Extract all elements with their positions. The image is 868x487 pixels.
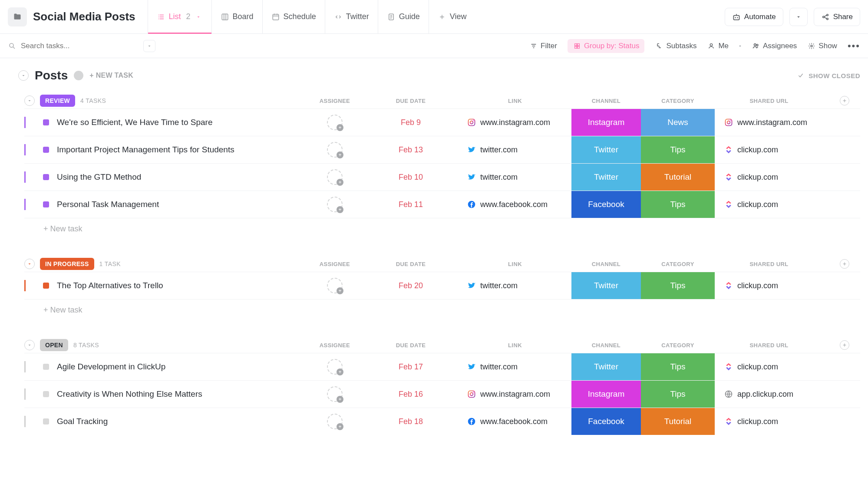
search-input[interactable]: [8, 40, 155, 52]
task-title[interactable]: We're so Efficient, We Have Time to Spar…: [24, 117, 307, 128]
shared-url-cell[interactable]: clickup.com: [715, 417, 823, 426]
task-row[interactable]: We're so Efficient, We Have Time to Spar…: [24, 109, 860, 136]
col-category[interactable]: CATEGORY: [641, 98, 715, 104]
task-title[interactable]: Using the GTD Method: [24, 171, 307, 183]
shared-url-cell[interactable]: clickup.com: [715, 173, 823, 182]
me-button[interactable]: Me: [707, 42, 729, 50]
col-channel[interactable]: CHANNEL: [571, 342, 641, 349]
link-cell[interactable]: www.instagram.com: [459, 390, 571, 399]
add-assignee-icon[interactable]: [327, 169, 343, 185]
view-tab-twitter[interactable]: Twitter: [325, 0, 378, 33]
automate-dropdown[interactable]: [789, 8, 808, 26]
channel-chip[interactable]: Facebook: [571, 408, 641, 435]
col-channel[interactable]: CHANNEL: [571, 261, 641, 267]
task-row[interactable]: Agile Development in ClickUpFeb 17 twitt…: [24, 353, 860, 380]
col-link[interactable]: LINK: [459, 261, 571, 267]
task-row[interactable]: Personal Task ManagementFeb 11 www.faceb…: [24, 191, 860, 218]
subtasks-button[interactable]: Subtasks: [655, 42, 696, 50]
show-closed-button[interactable]: SHOW CLOSED: [796, 71, 860, 80]
col-shared[interactable]: SHARED URL: [715, 342, 823, 349]
add-column-button[interactable]: [840, 340, 849, 350]
link-cell[interactable]: www.facebook.com: [459, 200, 571, 209]
col-shared[interactable]: SHARED URL: [715, 261, 823, 267]
category-chip[interactable]: Tips: [641, 191, 715, 218]
category-chip[interactable]: Tips: [641, 381, 715, 408]
link-cell[interactable]: www.facebook.com: [459, 417, 571, 426]
category-chip[interactable]: Tutorial: [641, 408, 715, 435]
add-assignee-icon[interactable]: [327, 115, 343, 130]
due-date-cell[interactable]: Feb 17: [363, 362, 459, 372]
filter-button[interactable]: Filter: [529, 42, 557, 50]
category-chip[interactable]: Tips: [641, 272, 715, 299]
shared-url-cell[interactable]: app.clickup.com: [715, 390, 823, 399]
col-shared[interactable]: SHARED URL: [715, 98, 823, 104]
assignee-cell[interactable]: [307, 169, 363, 185]
task-title[interactable]: Creativity is When Nothing Else Matters: [24, 388, 307, 400]
channel-chip[interactable]: Instagram: [571, 381, 641, 408]
link-cell[interactable]: www.instagram.com: [459, 118, 571, 127]
add-assignee-icon[interactable]: [327, 359, 343, 375]
search-field[interactable]: [21, 42, 108, 50]
status-label[interactable]: REVIEW: [40, 95, 75, 107]
task-row[interactable]: Creativity is When Nothing Else MattersF…: [24, 380, 860, 408]
assignee-cell[interactable]: [307, 359, 363, 375]
shared-url-cell[interactable]: clickup.com: [715, 281, 823, 290]
channel-chip[interactable]: Twitter: [571, 164, 641, 191]
show-button[interactable]: Show: [807, 42, 837, 50]
task-title[interactable]: Goal Tracking: [24, 416, 307, 427]
search-options[interactable]: [143, 40, 155, 52]
more-button[interactable]: •••: [848, 40, 860, 52]
collapse-toggle[interactable]: [24, 95, 35, 106]
task-title[interactable]: Important Project Management Tips for St…: [24, 144, 307, 155]
task-row[interactable]: Goal TrackingFeb 18 www.facebook.comFace…: [24, 408, 860, 435]
task-title[interactable]: Agile Development in ClickUp: [24, 361, 307, 372]
task-title[interactable]: Personal Task Management: [24, 199, 307, 210]
add-view-button[interactable]: View: [429, 0, 475, 33]
assignee-cell[interactable]: [307, 115, 363, 130]
automate-button[interactable]: Automate: [725, 8, 783, 26]
due-date-cell[interactable]: Feb 11: [363, 200, 459, 209]
assignee-cell[interactable]: [307, 142, 363, 158]
shared-url-cell[interactable]: clickup.com: [715, 200, 823, 209]
link-cell[interactable]: twitter.com: [459, 281, 571, 290]
due-date-cell[interactable]: Feb 9: [363, 118, 459, 127]
category-chip[interactable]: Tutorial: [641, 164, 715, 191]
groupby-button[interactable]: Group by: Status: [568, 39, 645, 53]
new-task-row-button[interactable]: + New task: [24, 218, 860, 240]
col-category[interactable]: CATEGORY: [641, 261, 715, 267]
add-assignee-icon[interactable]: [327, 142, 343, 158]
add-column-button[interactable]: [840, 96, 849, 105]
view-tab-schedule[interactable]: Schedule: [262, 0, 325, 33]
col-due[interactable]: DUE DATE: [363, 98, 459, 104]
category-chip[interactable]: Tips: [641, 136, 715, 163]
due-date-cell[interactable]: Feb 10: [363, 173, 459, 182]
assignee-cell[interactable]: [307, 414, 363, 429]
assignee-cell[interactable]: [307, 386, 363, 402]
add-assignee-icon[interactable]: [327, 197, 343, 212]
col-link[interactable]: LINK: [459, 98, 571, 104]
view-tab-list[interactable]: List 2: [148, 0, 211, 33]
col-assignee[interactable]: ASSIGNEE: [307, 98, 363, 104]
shared-url-cell[interactable]: clickup.com: [715, 145, 823, 155]
share-button[interactable]: Share: [814, 8, 860, 26]
assignees-button[interactable]: Assignees: [752, 42, 797, 50]
channel-chip[interactable]: Facebook: [571, 191, 641, 218]
add-assignee-icon[interactable]: [327, 386, 343, 402]
new-task-top-button[interactable]: + NEW TASK: [89, 72, 133, 79]
col-link[interactable]: LINK: [459, 342, 571, 349]
add-assignee-icon[interactable]: [327, 414, 343, 429]
category-chip[interactable]: News: [641, 109, 715, 136]
add-assignee-icon[interactable]: [327, 278, 343, 293]
page-title[interactable]: Social Media Posts: [33, 10, 135, 23]
link-cell[interactable]: twitter.com: [459, 145, 571, 155]
link-cell[interactable]: twitter.com: [459, 362, 571, 372]
due-date-cell[interactable]: Feb 13: [363, 145, 459, 155]
collapse-all-toggle[interactable]: [18, 70, 29, 81]
assignee-cell[interactable]: [307, 278, 363, 293]
due-date-cell[interactable]: Feb 16: [363, 390, 459, 399]
status-label[interactable]: IN PROGRESS: [40, 258, 94, 270]
assignee-cell[interactable]: [307, 197, 363, 212]
col-channel[interactable]: CHANNEL: [571, 98, 641, 104]
shared-url-cell[interactable]: clickup.com: [715, 362, 823, 372]
col-assignee[interactable]: ASSIGNEE: [307, 261, 363, 267]
